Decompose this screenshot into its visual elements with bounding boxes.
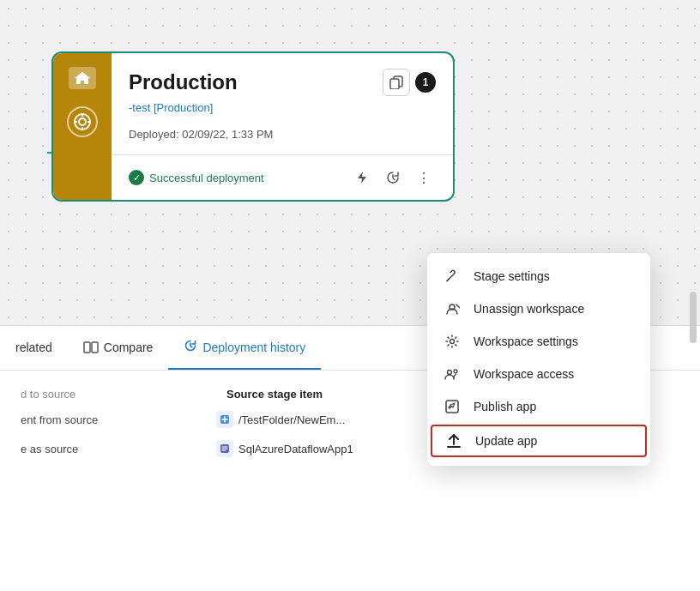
card-title: Production [129,70,238,94]
card-footer: ✓ Successful deployment [112,154,453,200]
card-left-bar [53,53,112,200]
source-stage-item-header: Source stage item [226,388,323,401]
row1-label: ent from source [21,413,209,426]
footer-icons: ⋮ [350,166,436,190]
row2-icon [216,440,233,457]
menu-item-unassign-workspace[interactable]: Unassign workspace [427,292,650,325]
svg-point-15 [448,371,452,375]
row1-value: /TestFolder/NewEm... [216,411,345,428]
card-home-icon [69,67,96,89]
context-menu: Stage settings Unassign workspace Worksp… [427,253,650,466]
scrollbar[interactable] [690,292,697,343]
row2-value: SqlAzureDataflowApp1 [216,440,353,457]
unassign-workspace-icon [443,301,462,317]
tab-deployment-history[interactable]: Deployment history [168,326,321,370]
svg-point-14 [450,340,455,344]
production-card-wrapper: Production 1 -test [Production] Deploy [51,51,455,202]
publish-app-icon [443,399,462,414]
main-content: Production 1 -test [Production] Deploy [0,0,700,591]
row2-label: e as source [21,443,209,455]
workspace-access-icon [443,366,462,382]
source-header-label: d to source [21,388,226,401]
card-body: Production 1 -test [Production] Deploy [112,53,453,200]
compare-icon [83,341,99,353]
more-options-button[interactable]: ⋮ [412,166,436,190]
lightning-button[interactable] [350,166,374,190]
history-tab-icon [184,339,197,355]
row1-icon [216,411,233,428]
tab-related[interactable]: related [0,326,68,370]
deployed-text: Deployed: 02/09/22, 1:33 PM [129,128,436,141]
stage-settings-icon [443,268,462,284]
production-card: Production 1 -test [Production] Deploy [51,51,455,202]
svg-line-13 [456,305,460,308]
update-app-icon [444,433,463,449]
success-badge: ✓ Successful deployment [129,170,264,185]
card-header-icons: 1 [383,69,436,96]
copy-button[interactable] [383,69,410,96]
svg-point-1 [79,118,86,125]
card-header-row: Production 1 [129,69,436,96]
menu-item-update-app[interactable]: Update app [431,425,647,457]
svg-rect-7 [390,79,399,89]
success-checkmark: ✓ [129,170,144,185]
menu-item-workspace-access[interactable]: Workspace access [427,358,650,390]
svg-rect-8 [84,342,90,353]
svg-rect-9 [92,342,98,353]
notification-badge: 1 [415,72,436,93]
card-target-icon [67,106,98,137]
card-subtitle: -test [Production] [129,101,436,114]
svg-point-16 [454,370,457,373]
menu-item-publish-app[interactable]: Publish app [427,390,650,423]
history-button[interactable] [381,166,405,190]
menu-item-stage-settings[interactable]: Stage settings [427,260,650,292]
menu-item-workspace-settings[interactable]: Workspace settings [427,325,650,358]
workspace-settings-icon [443,334,462,349]
tab-compare[interactable]: Compare [68,326,169,370]
